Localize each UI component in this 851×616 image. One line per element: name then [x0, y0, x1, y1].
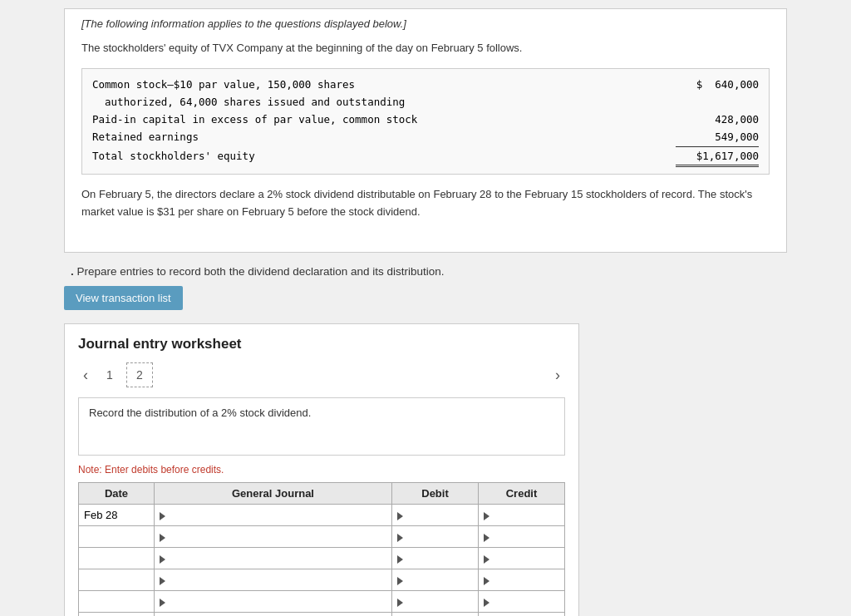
triangle-icon [397, 555, 403, 564]
triangle-icon [397, 512, 403, 520]
worksheet-title: Journal entry worksheet [78, 336, 565, 352]
tab-nav: ‹ 1 2 › [78, 362, 565, 387]
table-header-row: Date General Journal Debit Credit [79, 483, 565, 505]
table-row: Feb 28 [79, 505, 565, 526]
equity-label-2: Paid-in capital in excess of par value, … [92, 111, 676, 128]
question-prefix: . [71, 265, 74, 278]
debit-cell-2[interactable] [392, 526, 479, 548]
desc-cell-4[interactable] [155, 569, 392, 591]
date-cell-1: Feb 28 [79, 505, 155, 526]
equity-row-1: Common stock—$10 par value, 150,000 shar… [92, 76, 759, 111]
worksheet-description: Record the distribution of a 2% stock di… [78, 397, 565, 456]
triangle-icon [484, 534, 489, 542]
triangle-icon [397, 577, 403, 585]
desc-cell-5[interactable] [155, 591, 392, 613]
credit-cell-1[interactable] [479, 505, 565, 526]
col-general-journal: General Journal [155, 483, 392, 505]
equity-label-3: Retained earnings [92, 128, 676, 146]
equity-value-3: 549,000 [676, 128, 759, 146]
intro-text: [The following information applies to th… [81, 17, 770, 30]
credit-cell-5[interactable] [479, 591, 565, 613]
debit-cell-6[interactable] [392, 613, 479, 616]
col-credit: Credit [479, 483, 565, 505]
triangle-icon [160, 555, 165, 564]
equity-label-total: Total stockholders' equity [92, 147, 676, 167]
date-cell-3 [79, 548, 155, 569]
credit-cell-4[interactable] [479, 569, 565, 591]
desc-cell-1[interactable] [155, 505, 392, 526]
triangle-icon [484, 599, 489, 607]
desc-cell-3[interactable] [155, 548, 392, 569]
triangle-icon [160, 534, 165, 542]
journal-table: Date General Journal Debit Credit Feb 28 [78, 482, 565, 616]
debit-cell-3[interactable] [392, 548, 479, 569]
note-text: Note: Enter debits before credits. [78, 464, 565, 476]
triangle-icon [397, 599, 403, 607]
equity-value-2: 428,000 [676, 111, 759, 128]
equity-value-1: $ 640,000 [676, 76, 759, 111]
desc-cell-2[interactable] [155, 526, 392, 548]
next-tab-arrow[interactable]: › [550, 365, 565, 386]
triangle-icon [484, 512, 489, 520]
triangle-icon [484, 577, 489, 585]
equity-statement: The stockholders' equity of TVX Company … [81, 40, 770, 57]
table-row [79, 591, 565, 613]
credit-cell-2[interactable] [479, 526, 565, 548]
debit-cell-1[interactable] [392, 505, 479, 526]
col-date: Date [79, 483, 155, 505]
triangle-icon [160, 512, 165, 520]
date-cell-2 [79, 526, 155, 548]
triangle-icon [397, 534, 403, 542]
prev-tab-arrow[interactable]: ‹ [78, 365, 93, 386]
triangle-icon [160, 577, 165, 585]
triangle-icon [160, 599, 165, 607]
credit-cell-3[interactable] [479, 548, 565, 569]
page: [The following information applies to th… [47, 0, 804, 616]
table-row [79, 613, 565, 616]
description-text: On February 5, the directors declare a 2… [81, 186, 770, 221]
date-cell-5 [79, 591, 155, 613]
question-line: . Prepare entries to record both the div… [64, 265, 445, 278]
content-area: [The following information applies to th… [64, 8, 787, 253]
debit-cell-5[interactable] [392, 591, 479, 613]
equity-value-total: $1,617,000 [676, 147, 759, 167]
col-debit: Debit [392, 483, 479, 505]
equity-row-2: Paid-in capital in excess of par value, … [92, 111, 759, 128]
equity-label-1: Common stock—$10 par value, 150,000 shar… [92, 76, 676, 111]
debit-cell-4[interactable] [392, 569, 479, 591]
view-transaction-button[interactable]: View transaction list [64, 286, 183, 310]
date-cell-6 [79, 613, 155, 616]
tab-1[interactable]: 1 [96, 362, 123, 387]
table-row [79, 548, 565, 569]
date-cell-4 [79, 569, 155, 591]
worksheet-panel: Journal entry worksheet ‹ 1 2 › Record t… [64, 323, 579, 616]
desc-cell-6[interactable] [155, 613, 392, 616]
table-row [79, 569, 565, 591]
equity-row-total: Total stockholders' equity $1,617,000 [92, 147, 759, 167]
table-row [79, 526, 565, 548]
credit-cell-6[interactable] [479, 613, 565, 616]
tab-2[interactable]: 2 [126, 362, 153, 387]
equity-row-3: Retained earnings 549,000 [92, 128, 759, 146]
triangle-icon [484, 555, 489, 564]
equity-table: Common stock—$10 par value, 150,000 shar… [81, 68, 770, 175]
